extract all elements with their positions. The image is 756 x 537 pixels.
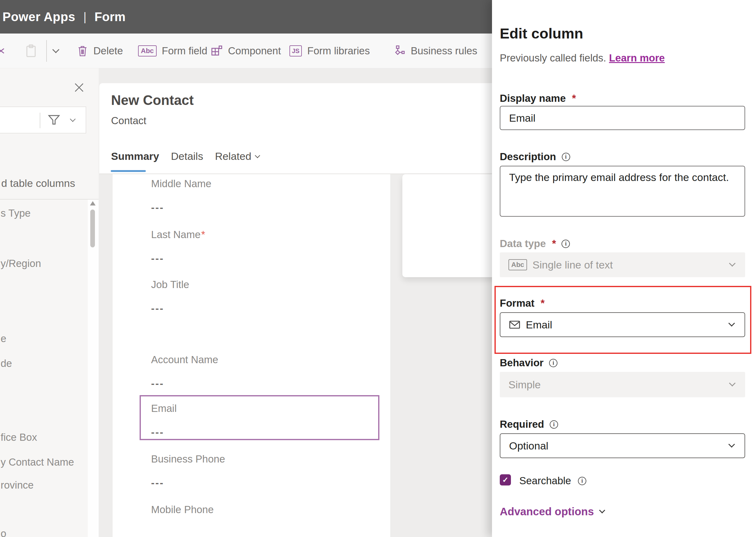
field-label[interactable]: Email (151, 403, 177, 414)
form-field-button[interactable]: Abc Form field (138, 33, 207, 68)
component-button[interactable]: Component (210, 33, 281, 68)
form-libraries-button[interactable]: JS Form libraries (289, 33, 370, 68)
tab-details[interactable]: Details (171, 150, 203, 162)
info-icon[interactable] (550, 420, 558, 429)
searchable-checkbox[interactable]: ✓ (500, 474, 511, 485)
sidebar-column-item[interactable]: y Contact Name (1, 456, 74, 468)
business-rules-label: Business rules (411, 45, 477, 57)
active-tab-underline (111, 170, 146, 172)
clipboard-icon (25, 44, 37, 58)
required-label: Required (500, 418, 558, 430)
sidebar-column-item[interactable]: o (1, 528, 6, 537)
form-tab-bar: Summary Details Related (111, 150, 259, 162)
cut-button[interactable] (0, 33, 6, 68)
top-bar: Power Apps | Form (0, 0, 492, 33)
edit-column-panel: Edit column Previously called fields. Le… (492, 0, 756, 537)
scroll-up-icon[interactable] (90, 201, 95, 205)
sidebar-scrollbar[interactable] (88, 200, 99, 537)
app-window: Power Apps | Form (0, 0, 756, 537)
sidebar-column-item[interactable]: y/Region (1, 258, 41, 269)
paste-button[interactable] (25, 33, 37, 68)
delete-button[interactable]: Delete (77, 33, 123, 68)
display-name-input[interactable]: Email (500, 106, 745, 130)
searchable-label: Searchable (519, 475, 571, 487)
checkmark-icon: ✓ (502, 475, 509, 484)
description-label: Description (500, 151, 570, 163)
abc-type-icon: Abc (509, 259, 527, 270)
delete-label: Delete (94, 45, 123, 57)
data-type-label: Data type* (500, 238, 570, 250)
business-rules-button[interactable]: Business rules (393, 33, 477, 68)
field-value: --- (151, 378, 164, 390)
field-label[interactable]: Mobile Phone (151, 504, 214, 516)
brand-title: Power Apps (3, 10, 75, 24)
sidebar-divider (0, 199, 99, 200)
panel-subtitle: Previously called fields. Learn more (500, 52, 665, 64)
field-label[interactable]: Last Name* (151, 229, 205, 241)
required-dropdown[interactable]: Optional (500, 433, 745, 458)
field-value: --- (151, 427, 164, 438)
form-entity-name: Contact (111, 115, 146, 127)
sidebar-column-item[interactable]: s Type (1, 207, 31, 219)
learn-more-link[interactable]: Learn more (609, 52, 665, 63)
field-value: --- (151, 253, 164, 265)
chevron-down-icon (728, 441, 735, 448)
advanced-options-toggle[interactable]: Advanced options (500, 505, 604, 518)
command-toolbar: Delete Abc Form field Component JS Form … (0, 33, 492, 68)
sidebar-column-item[interactable]: e (1, 333, 6, 345)
field-label[interactable]: Business Phone (151, 453, 225, 465)
filter-funnel-icon (47, 113, 61, 127)
sidebar-column-item[interactable]: fice Box (1, 432, 37, 443)
format-label: Format* (500, 297, 545, 309)
sidebar-column-item[interactable]: rovince (1, 479, 33, 491)
description-textarea[interactable]: Type the primary email address for the c… (500, 166, 745, 217)
abc-field-icon: Abc (138, 45, 157, 57)
more-commands-button[interactable] (53, 33, 58, 68)
form-title: New Contact (111, 93, 194, 108)
searchable-row: Searchable (519, 475, 586, 487)
tab-related[interactable]: Related (215, 150, 259, 162)
columns-section-heading: d table columns (1, 177, 75, 189)
field-value: --- (151, 202, 164, 214)
display-name-label: Display name* (500, 93, 576, 104)
data-type-dropdown: Abc Single line of text (500, 252, 745, 277)
field-label[interactable]: Account Name (151, 354, 218, 366)
component-icon (210, 45, 223, 57)
business-rules-icon (393, 45, 405, 57)
search-columns-input[interactable] (0, 106, 86, 134)
info-icon[interactable] (561, 240, 570, 248)
chevron-down-icon (255, 153, 260, 158)
form-header-card: New Contact Contact Summary Details Rela… (99, 83, 492, 174)
chevron-down-icon (599, 507, 605, 514)
panel-title: Edit column (500, 25, 583, 42)
form-canvas: New Contact Contact Summary Details Rela… (99, 68, 492, 537)
field-label[interactable]: Middle Name (151, 178, 211, 190)
info-icon[interactable] (562, 153, 570, 161)
chevron-down-icon (728, 320, 735, 327)
component-label: Component (228, 45, 281, 57)
tab-summary[interactable]: Summary (111, 150, 159, 162)
scissors-icon (0, 44, 6, 58)
field-value: --- (151, 477, 164, 489)
selected-field-highlight[interactable] (139, 395, 379, 440)
format-dropdown[interactable]: Email (500, 312, 745, 337)
filter-button[interactable] (47, 113, 61, 127)
field-label[interactable]: Job Title (151, 279, 189, 291)
close-sidebar-button[interactable] (74, 82, 84, 93)
toolbar-divider (46, 40, 47, 62)
close-icon (74, 82, 84, 93)
chevron-down-icon (53, 46, 59, 53)
chevron-down-icon (729, 380, 736, 387)
behavior-dropdown: Simple (500, 372, 745, 397)
field-value: --- (151, 303, 164, 314)
filter-chevron-icon[interactable] (70, 116, 75, 122)
page-title: Form (94, 10, 126, 24)
sidebar-column-item[interactable]: de (1, 357, 12, 369)
scrollbar-thumb[interactable] (90, 210, 95, 247)
info-icon[interactable] (549, 359, 557, 367)
title-separator: | (84, 10, 87, 23)
table-columns-sidebar: d table columns s Typey/Regionedefice Bo… (0, 68, 99, 537)
info-icon[interactable] (578, 477, 586, 485)
form-libraries-label: Form libraries (307, 45, 370, 57)
form-field-column: Middle Name---Last Name*---Job Title---A… (113, 174, 390, 537)
